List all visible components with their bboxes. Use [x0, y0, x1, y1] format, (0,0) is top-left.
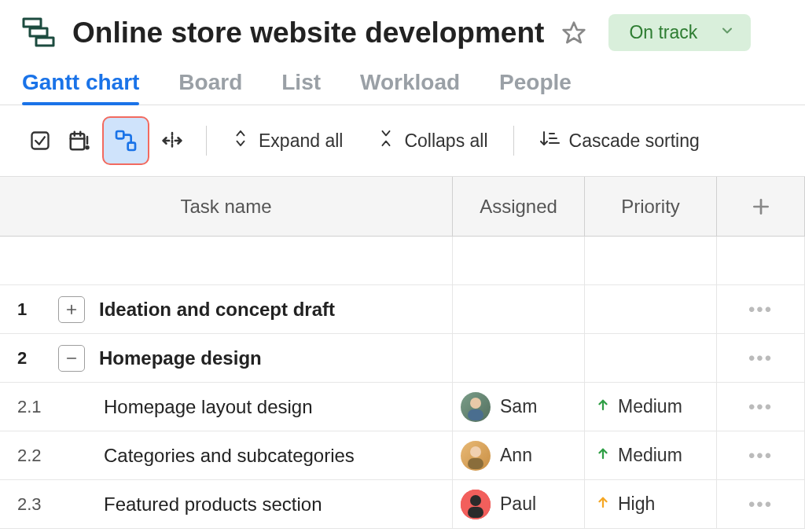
- task-table: Task name Assigned Priority 1 Ideation a…: [0, 177, 805, 529]
- row-number: 2.1: [17, 397, 44, 417]
- project-title: Online store website development: [72, 17, 544, 50]
- assignee-name: Paul: [500, 493, 536, 515]
- table-row[interactable]: 2 Homepage design •••: [0, 334, 805, 383]
- assignee-name: Ann: [500, 445, 532, 466]
- col-header-task-name[interactable]: Task name: [0, 177, 453, 236]
- checkbox-tool-icon[interactable]: [24, 124, 57, 157]
- expand-all-button[interactable]: Expand all: [224, 123, 351, 158]
- expand-collapse-icon: [232, 128, 249, 153]
- expand-all-label: Expand all: [259, 130, 343, 152]
- priority-label: Medium: [618, 396, 682, 417]
- svg-rect-4: [32, 133, 49, 149]
- priority-arrow-icon: [596, 495, 610, 513]
- row-number: 2.2: [17, 446, 44, 466]
- task-title: Featured products section: [104, 493, 322, 515]
- status-dropdown[interactable]: On track: [608, 14, 751, 51]
- svg-rect-5: [71, 134, 85, 149]
- avatar: [461, 441, 491, 471]
- toolbar-separator: [206, 126, 207, 156]
- col-header-assigned[interactable]: Assigned: [453, 177, 585, 236]
- svg-rect-29: [468, 458, 483, 469]
- task-title: Categories and subcategories: [104, 445, 355, 467]
- column-width-icon[interactable]: [156, 124, 189, 157]
- cascade-sorting-button[interactable]: Cascade sorting: [531, 124, 708, 157]
- svg-point-28: [470, 446, 481, 457]
- wbs-structure-icon[interactable]: [102, 116, 149, 165]
- svg-rect-12: [128, 143, 135, 150]
- expand-row-button[interactable]: [58, 296, 85, 323]
- tab-list[interactable]: List: [281, 70, 321, 105]
- add-column-button[interactable]: [717, 177, 805, 236]
- avatar: [461, 490, 491, 519]
- collapse-row-button[interactable]: [58, 345, 85, 372]
- svg-rect-1: [30, 28, 47, 36]
- table-row[interactable]: 2.2 Categories and subcategories Ann Med…: [0, 431, 805, 480]
- row-number: 2.3: [17, 494, 44, 515]
- svg-marker-3: [564, 22, 585, 42]
- row-actions-button[interactable]: •••: [748, 493, 773, 515]
- svg-point-25: [470, 398, 481, 409]
- row-actions-button[interactable]: •••: [748, 299, 773, 321]
- row-number: 2: [17, 348, 44, 369]
- tab-board[interactable]: Board: [178, 70, 242, 105]
- svg-point-10: [86, 146, 89, 149]
- collapse-all-label: Collaps all: [404, 130, 487, 152]
- sort-icon: [539, 129, 560, 152]
- priority-arrow-icon: [596, 446, 610, 464]
- col-header-priority[interactable]: Priority: [585, 177, 717, 236]
- svg-rect-11: [116, 131, 123, 138]
- table-row[interactable]: 1 Ideation and concept draft •••: [0, 285, 805, 334]
- task-title: Ideation and concept draft: [99, 299, 335, 321]
- svg-rect-33: [468, 507, 483, 518]
- toolbar-separator: [513, 126, 514, 156]
- row-actions-button[interactable]: •••: [748, 396, 773, 418]
- table-row[interactable]: 2.3 Featured products section Paul High …: [0, 480, 805, 529]
- svg-rect-0: [24, 19, 41, 27]
- project-header: Online store website development On trac…: [0, 0, 805, 59]
- empty-row: [0, 237, 805, 285]
- cascade-sorting-label: Cascade sorting: [569, 130, 700, 152]
- project-icon: [22, 17, 57, 49]
- table-row[interactable]: 2.1 Homepage layout design Sam Medium ••…: [0, 383, 805, 431]
- view-tabs: Gantt chart Board List Workload People: [0, 59, 805, 105]
- chevron-down-icon: [719, 22, 735, 43]
- row-actions-button[interactable]: •••: [748, 347, 773, 369]
- collapse-icon: [377, 128, 395, 153]
- row-actions-button[interactable]: •••: [748, 445, 773, 467]
- calendar-alert-icon[interactable]: [63, 124, 96, 157]
- priority-label: Medium: [618, 445, 682, 466]
- tab-people[interactable]: People: [499, 70, 572, 105]
- avatar: [461, 392, 491, 422]
- task-title: Homepage design: [99, 347, 262, 369]
- svg-point-32: [470, 495, 481, 506]
- tab-workload[interactable]: Workload: [360, 70, 460, 105]
- priority-label: High: [618, 493, 655, 515]
- svg-rect-26: [468, 409, 483, 420]
- priority-arrow-icon: [596, 398, 610, 416]
- svg-rect-2: [36, 38, 53, 46]
- assignee-name: Sam: [500, 396, 537, 417]
- gantt-toolbar: Expand all Collaps all Cascade sorting: [0, 105, 805, 177]
- task-title: Homepage layout design: [104, 396, 313, 418]
- collapse-all-button[interactable]: Collaps all: [369, 123, 495, 158]
- favorite-button[interactable]: [560, 19, 588, 47]
- tab-gantt-chart[interactable]: Gantt chart: [22, 70, 139, 105]
- row-number: 1: [17, 299, 44, 320]
- table-header-row: Task name Assigned Priority: [0, 177, 805, 237]
- status-label: On track: [629, 22, 697, 43]
